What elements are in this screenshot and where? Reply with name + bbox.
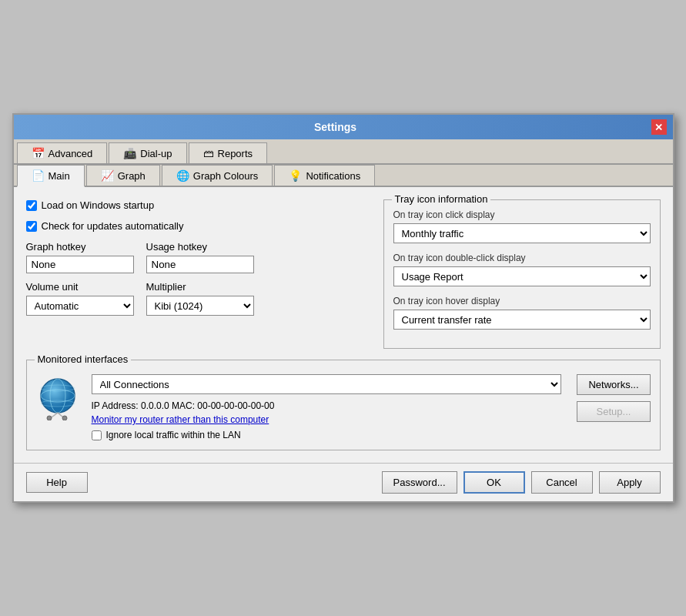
tray-icon-panel: Tray icon information On tray icon click… — [383, 199, 661, 349]
ignore-row: Ignore local traffic within the LAN — [92, 430, 562, 440]
click-display-label: On tray icon click display — [393, 209, 651, 220]
svg-point-7 — [47, 416, 52, 420]
multiplier-group: Multiplier Kibi (1024) Kilo (1000) — [146, 281, 254, 316]
tab-graph-colours-label: Graph Colours — [193, 170, 259, 182]
tabs-row1: 📅 Advanced 📠 Dial-up 🗃 Reports — [14, 139, 673, 165]
password-button[interactable]: Password... — [382, 471, 457, 494]
ignore-lan-checkbox[interactable] — [92, 430, 102, 440]
colours-icon: 🌐 — [176, 169, 189, 182]
setup-button[interactable]: Setup... — [577, 401, 650, 422]
monitored-details: All Connections IP Address: 0.0.0.0 MAC:… — [92, 374, 562, 440]
bottom-bar: Help Password... OK Cancel Apply — [14, 463, 673, 501]
phone-icon: 📠 — [123, 147, 136, 159]
connection-select-row: All Connections — [92, 374, 562, 394]
calendar-icon: 📅 — [32, 147, 45, 159]
click-display-group: On tray icon click display Monthly traff… — [393, 209, 651, 243]
check-updates-checkbox[interactable] — [26, 221, 37, 232]
help-button[interactable]: Help — [26, 472, 88, 493]
content-layout: Load on Windows startup Check for update… — [26, 199, 661, 349]
load-startup-row: Load on Windows startup — [26, 199, 368, 211]
tab-graph[interactable]: 📈 Graph — [86, 165, 160, 186]
multiplier-select[interactable]: Kibi (1024) Kilo (1000) — [146, 296, 254, 316]
usage-hotkey-group: Usage hotkey — [146, 241, 254, 273]
ip-mac-text: IP Address: 0.0.0.0 MAC: 00-00-00-00-00-… — [92, 400, 562, 411]
title-bar: Settings ✕ — [14, 115, 673, 139]
reports-icon: 🗃 — [203, 147, 214, 159]
globe-icon — [36, 374, 82, 420]
hotkey-section: Graph hotkey Usage hotkey — [26, 241, 368, 273]
hover-display-label: On tray icon hover display — [393, 296, 651, 306]
settings-dialog: Settings ✕ 📅 Advanced 📠 Dial-up 🗃 Report… — [12, 113, 674, 503]
graph-hotkey-group: Graph hotkey — [26, 241, 134, 273]
svg-point-8 — [62, 416, 67, 420]
dbl-click-display-group: On tray icon double-click display Usage … — [393, 253, 651, 286]
tab-advanced-label: Advanced — [49, 148, 93, 159]
hover-display-select[interactable]: Current transfer rate Monthly traffic Us… — [393, 310, 651, 330]
usage-hotkey-label: Usage hotkey — [146, 241, 254, 253]
graph-hotkey-input[interactable] — [26, 256, 134, 273]
networks-button[interactable]: Networks... — [577, 374, 650, 395]
tab-reports-label: Reports — [218, 148, 253, 159]
monitored-title: Monitored interfaces — [35, 353, 132, 365]
svg-point-0 — [41, 379, 75, 413]
hover-display-group: On tray icon hover display Current trans… — [393, 296, 651, 330]
tab-notifications-label: Notifications — [306, 170, 360, 182]
connection-select[interactable]: All Connections — [92, 374, 562, 394]
tabs-row2: 📄 Main 📈 Graph 🌐 Graph Colours 💡 Notific… — [14, 165, 673, 187]
tab-dialup[interactable]: 📠 Dial-up — [109, 142, 186, 163]
check-updates-row: Check for updates automatically — [26, 220, 368, 232]
svg-line-6 — [58, 413, 63, 417]
cancel-button[interactable]: Cancel — [531, 471, 593, 494]
tab-notifications[interactable]: 💡 Notifications — [274, 165, 375, 186]
load-startup-checkbox[interactable] — [26, 200, 37, 211]
volume-unit-group: Volume unit Automatic Bytes KB MB GB — [26, 281, 134, 316]
click-display-select[interactable]: Monthly traffic Usage Report Current tra… — [393, 223, 651, 243]
tab-main[interactable]: 📄 Main — [17, 165, 85, 187]
main-content: Load on Windows startup Check for update… — [14, 187, 673, 463]
dbl-click-display-label: On tray icon double-click display — [393, 253, 651, 263]
usage-hotkey-input[interactable] — [146, 256, 254, 273]
unit-section: Volume unit Automatic Bytes KB MB GB Mul… — [26, 281, 368, 316]
monitored-section: Monitored interfaces — [26, 360, 661, 450]
bottom-right-buttons: Password... OK Cancel Apply — [382, 471, 661, 494]
ok-button[interactable]: OK — [463, 471, 525, 494]
notifications-icon: 💡 — [289, 169, 302, 182]
dbl-click-display-select[interactable]: Usage Report Monthly traffic Current tra… — [393, 266, 651, 286]
graph-icon: 📈 — [101, 169, 114, 182]
apply-button[interactable]: Apply — [599, 471, 661, 494]
graph-hotkey-label: Graph hotkey — [26, 241, 134, 253]
tab-dialup-label: Dial-up — [140, 148, 172, 159]
volume-unit-label: Volume unit — [26, 281, 134, 293]
close-button[interactable]: ✕ — [651, 119, 667, 135]
dialog-title: Settings — [20, 121, 651, 133]
multiplier-label: Multiplier — [146, 281, 254, 293]
main-icon: 📄 — [32, 169, 45, 182]
tab-graph-label: Graph — [118, 170, 146, 182]
load-startup-label: Load on Windows startup — [42, 199, 155, 211]
check-updates-label: Check for updates automatically — [42, 220, 184, 232]
monitored-content: All Connections IP Address: 0.0.0.0 MAC:… — [36, 374, 651, 440]
tab-reports[interactable]: 🗃 Reports — [189, 142, 268, 163]
router-link[interactable]: Monitor my router rather than this compu… — [92, 414, 562, 425]
tray-icon-title: Tray icon information — [392, 193, 491, 205]
tab-graph-colours[interactable]: 🌐 Graph Colours — [162, 165, 273, 186]
ignore-lan-label: Ignore local traffic within the LAN — [106, 430, 241, 440]
left-panel: Load on Windows startup Check for update… — [26, 199, 368, 349]
svg-line-5 — [52, 413, 58, 417]
tab-advanced[interactable]: 📅 Advanced — [17, 142, 108, 163]
side-buttons: Networks... Setup... — [577, 374, 650, 422]
tab-main-label: Main — [49, 170, 70, 182]
volume-unit-select[interactable]: Automatic Bytes KB MB GB — [26, 296, 134, 316]
